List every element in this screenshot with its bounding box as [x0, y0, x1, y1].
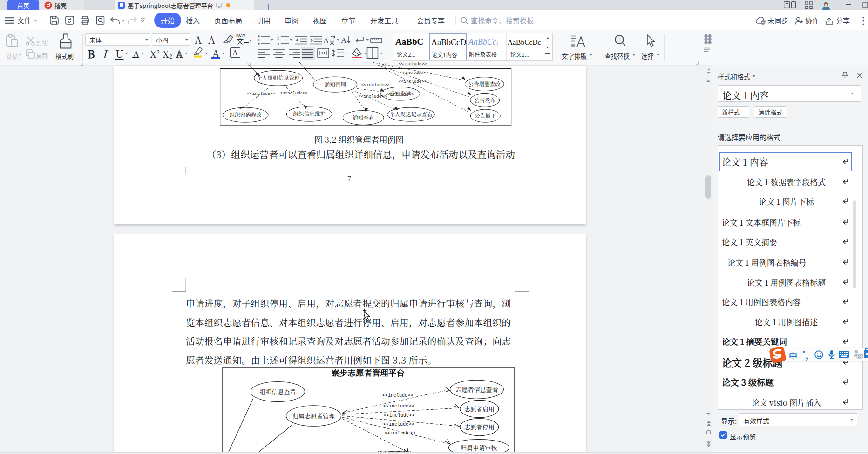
svg-text:A: A [323, 36, 329, 45]
svg-text:20: 20 [858, 354, 861, 359]
svg-text:组织信息查看: 组织信息查看 [259, 387, 296, 396]
svg-text:<<include>>: <<include>> [359, 94, 387, 99]
svg-text:志愿者启用: 志愿者启用 [464, 404, 495, 413]
svg-text:<<include>>: <<include>> [399, 61, 427, 67]
svg-text:<<include>>: <<include>> [386, 92, 414, 97]
svg-text:7: 7 [347, 174, 351, 183]
svg-text:公告撤下: 公告撤下 [475, 112, 496, 119]
svg-text:<<include>>: <<include>> [383, 422, 414, 427]
svg-text:志愿者信息查看: 志愿者信息查看 [455, 385, 498, 394]
svg-text:寮步志愿者管理平台: 寮步志愿者管理平台 [331, 367, 405, 378]
svg-text:活动记录确认: 活动记录确认 [377, 449, 413, 452]
svg-text:归属志愿者管理: 归属志愿者管理 [292, 411, 335, 420]
svg-text:公告发布: 公告发布 [474, 96, 495, 104]
svg-text:<<include>>: <<include>> [383, 404, 414, 409]
svg-text:通知查看: 通知查看 [353, 114, 374, 121]
svg-text:<<include>>: <<include>> [247, 91, 276, 96]
svg-text:通知管理: 通知管理 [325, 80, 346, 88]
svg-text:组织密码修改: 组织密码修改 [230, 111, 262, 118]
svg-text:组织信息维护: 组织信息维护 [293, 110, 326, 117]
svg-text:<<include>>: <<include>> [361, 82, 390, 87]
svg-text:个人发送记录查看: 个人发送记录查看 [389, 110, 432, 118]
svg-text:<<include>>: <<include>> [384, 413, 414, 418]
svg-text:<<include>>: <<include>> [399, 79, 427, 84]
svg-text:A: A [341, 36, 347, 45]
svg-text:<<include>>: <<include>> [280, 91, 308, 96]
svg-text:个人组织信息管理: 个人组织信息管理 [257, 74, 300, 81]
svg-text:志愿者停用: 志愿者停用 [464, 422, 495, 431]
svg-text:<<include>>: <<include>> [382, 393, 413, 398]
svg-text:<<include>>: <<include>> [385, 431, 415, 436]
svg-text:<<include>>: <<include>> [400, 70, 428, 75]
svg-text:3: 3 [277, 42, 279, 46]
svg-text:归属申请审核: 归属申请审核 [461, 443, 497, 452]
svg-text:公告增删查改: 公告增删查改 [468, 80, 501, 87]
